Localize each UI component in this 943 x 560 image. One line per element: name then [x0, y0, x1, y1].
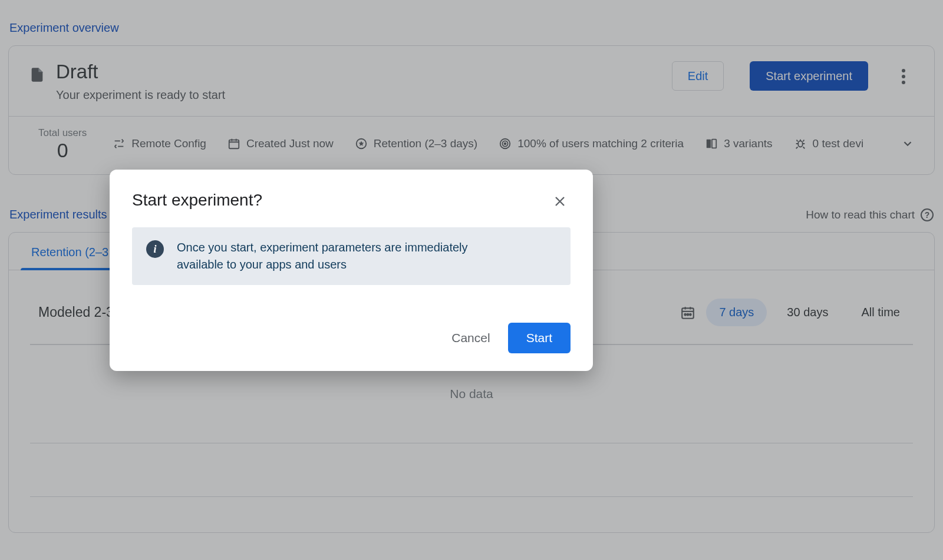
dialog-info-banner: i Once you start, experiment parameters … [132, 227, 571, 285]
start-experiment-dialog: Start experiment? i Once you start, expe… [110, 170, 593, 371]
dialog-cancel-button[interactable]: Cancel [438, 323, 503, 353]
close-icon [553, 194, 567, 208]
modal-scrim[interactable]: Start experiment? i Once you start, expe… [0, 0, 943, 560]
info-icon: i [146, 240, 164, 258]
dialog-info-text: Once you start, experiment parameters ar… [177, 239, 507, 273]
dialog-start-button[interactable]: Start [508, 323, 571, 353]
dialog-close-button[interactable] [549, 191, 571, 212]
dialog-title: Start experiment? [132, 191, 262, 210]
